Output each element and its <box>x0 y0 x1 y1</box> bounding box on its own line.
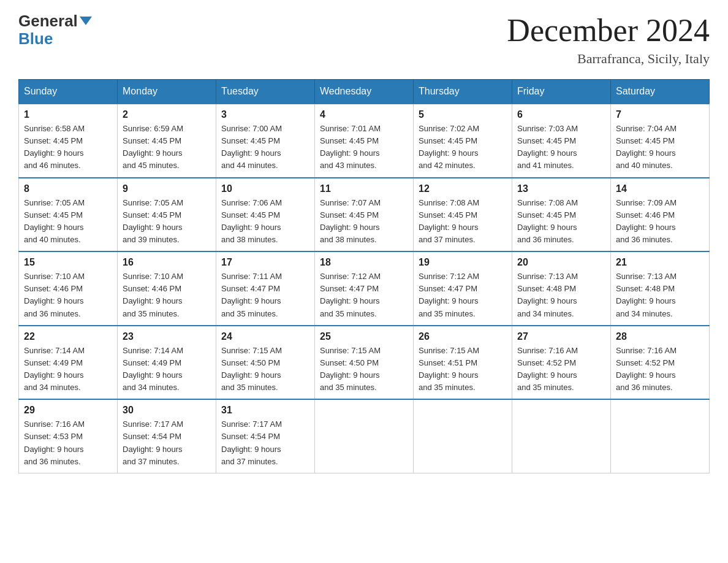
calendar-cell <box>414 399 512 473</box>
day-info: Sunrise: 7:07 AMSunset: 4:45 PMDaylight:… <box>320 197 408 247</box>
day-info: Sunrise: 7:15 AMSunset: 4:50 PMDaylight:… <box>320 345 408 394</box>
day-info: Sunrise: 7:16 AMSunset: 4:52 PMDaylight:… <box>517 345 605 394</box>
day-number: 22 <box>24 331 112 342</box>
calendar-cell: 15Sunrise: 7:10 AMSunset: 4:46 PMDayligh… <box>19 251 118 326</box>
calendar-cell: 20Sunrise: 7:13 AMSunset: 4:48 PMDayligh… <box>512 251 611 326</box>
calendar-cell: 25Sunrise: 7:15 AMSunset: 4:50 PMDayligh… <box>315 326 414 400</box>
calendar-week-5: 29Sunrise: 7:16 AMSunset: 4:53 PMDayligh… <box>19 399 710 473</box>
calendar-table: Sunday Monday Tuesday Wednesday Thursday… <box>18 79 710 473</box>
day-number: 30 <box>123 405 211 416</box>
day-info: Sunrise: 7:09 AMSunset: 4:46 PMDaylight:… <box>616 197 704 247</box>
day-info: Sunrise: 7:02 AMSunset: 4:45 PMDaylight:… <box>419 123 507 172</box>
calendar-cell <box>315 399 414 473</box>
col-friday: Friday <box>512 80 611 104</box>
day-number: 27 <box>517 331 605 342</box>
month-title: December 2024 <box>507 12 710 48</box>
day-info: Sunrise: 7:01 AMSunset: 4:45 PMDaylight:… <box>320 123 408 172</box>
day-info: Sunrise: 6:58 AMSunset: 4:45 PMDaylight:… <box>24 123 112 172</box>
calendar-cell: 10Sunrise: 7:06 AMSunset: 4:45 PMDayligh… <box>216 178 315 252</box>
calendar-cell: 14Sunrise: 7:09 AMSunset: 4:46 PMDayligh… <box>611 178 710 252</box>
title-block: December 2024 Barrafranca, Sicily, Italy <box>507 12 710 67</box>
day-number: 11 <box>320 183 408 194</box>
calendar-cell <box>512 399 611 473</box>
day-number: 10 <box>221 183 309 194</box>
day-number: 25 <box>320 331 408 342</box>
day-info: Sunrise: 7:05 AMSunset: 4:45 PMDaylight:… <box>123 197 211 247</box>
calendar-header-row: Sunday Monday Tuesday Wednesday Thursday… <box>19 80 710 104</box>
col-wednesday: Wednesday <box>315 80 414 104</box>
logo-general: General <box>18 12 92 30</box>
day-number: 21 <box>616 257 704 268</box>
day-info: Sunrise: 7:00 AMSunset: 4:45 PMDaylight:… <box>221 123 309 172</box>
day-number: 23 <box>123 331 211 342</box>
day-number: 13 <box>517 183 605 194</box>
calendar-cell: 21Sunrise: 7:13 AMSunset: 4:48 PMDayligh… <box>611 251 710 326</box>
calendar-cell <box>611 399 710 473</box>
calendar-cell: 12Sunrise: 7:08 AMSunset: 4:45 PMDayligh… <box>414 178 512 252</box>
logo: General Blue <box>18 12 92 47</box>
calendar-cell: 4Sunrise: 7:01 AMSunset: 4:45 PMDaylight… <box>315 104 414 178</box>
day-number: 28 <box>616 331 704 342</box>
col-monday: Monday <box>118 80 216 104</box>
day-info: Sunrise: 7:11 AMSunset: 4:47 PMDaylight:… <box>221 270 309 320</box>
calendar-cell: 27Sunrise: 7:16 AMSunset: 4:52 PMDayligh… <box>512 326 611 400</box>
calendar-cell: 22Sunrise: 7:14 AMSunset: 4:49 PMDayligh… <box>19 326 118 400</box>
calendar-cell: 1Sunrise: 6:58 AMSunset: 4:45 PMDaylight… <box>19 104 118 178</box>
day-info: Sunrise: 7:12 AMSunset: 4:47 PMDaylight:… <box>419 270 507 320</box>
day-info: Sunrise: 7:10 AMSunset: 4:46 PMDaylight:… <box>24 270 112 320</box>
day-info: Sunrise: 7:10 AMSunset: 4:46 PMDaylight:… <box>123 270 211 320</box>
day-number: 5 <box>419 109 507 120</box>
calendar-cell: 17Sunrise: 7:11 AMSunset: 4:47 PMDayligh… <box>216 251 315 326</box>
day-number: 4 <box>320 109 408 120</box>
calendar-cell: 3Sunrise: 7:00 AMSunset: 4:45 PMDaylight… <box>216 104 315 178</box>
day-info: Sunrise: 7:06 AMSunset: 4:45 PMDaylight:… <box>221 197 309 247</box>
logo-blue: Blue <box>18 30 92 48</box>
col-thursday: Thursday <box>414 80 512 104</box>
day-info: Sunrise: 7:13 AMSunset: 4:48 PMDaylight:… <box>616 270 704 320</box>
calendar-cell: 26Sunrise: 7:15 AMSunset: 4:51 PMDayligh… <box>414 326 512 400</box>
day-info: Sunrise: 7:04 AMSunset: 4:45 PMDaylight:… <box>616 123 704 172</box>
day-info: Sunrise: 7:12 AMSunset: 4:47 PMDaylight:… <box>320 270 408 320</box>
calendar-cell: 30Sunrise: 7:17 AMSunset: 4:54 PMDayligh… <box>118 399 216 473</box>
day-info: Sunrise: 7:16 AMSunset: 4:52 PMDaylight:… <box>616 345 704 394</box>
day-number: 18 <box>320 257 408 268</box>
day-info: Sunrise: 7:15 AMSunset: 4:51 PMDaylight:… <box>419 345 507 394</box>
day-info: Sunrise: 7:05 AMSunset: 4:45 PMDaylight:… <box>24 197 112 247</box>
day-number: 29 <box>24 405 112 416</box>
calendar-cell: 9Sunrise: 7:05 AMSunset: 4:45 PMDaylight… <box>118 178 216 252</box>
col-sunday: Sunday <box>19 80 118 104</box>
calendar-cell: 16Sunrise: 7:10 AMSunset: 4:46 PMDayligh… <box>118 251 216 326</box>
calendar-week-2: 8Sunrise: 7:05 AMSunset: 4:45 PMDaylight… <box>19 178 710 252</box>
day-info: Sunrise: 7:08 AMSunset: 4:45 PMDaylight:… <box>419 197 507 247</box>
day-number: 8 <box>24 183 112 194</box>
calendar-week-4: 22Sunrise: 7:14 AMSunset: 4:49 PMDayligh… <box>19 326 710 400</box>
day-info: Sunrise: 7:17 AMSunset: 4:54 PMDaylight:… <box>221 418 309 468</box>
day-info: Sunrise: 7:14 AMSunset: 4:49 PMDaylight:… <box>123 345 211 394</box>
day-number: 6 <box>517 109 605 120</box>
day-number: 31 <box>221 405 309 416</box>
page-header: General Blue December 2024 Barrafranca, … <box>18 12 710 67</box>
day-number: 2 <box>123 109 211 120</box>
day-info: Sunrise: 7:16 AMSunset: 4:53 PMDaylight:… <box>24 418 112 468</box>
day-number: 17 <box>221 257 309 268</box>
day-info: Sunrise: 6:59 AMSunset: 4:45 PMDaylight:… <box>123 123 211 172</box>
calendar-cell: 8Sunrise: 7:05 AMSunset: 4:45 PMDaylight… <box>19 178 118 252</box>
day-number: 3 <box>221 109 309 120</box>
calendar-cell: 11Sunrise: 7:07 AMSunset: 4:45 PMDayligh… <box>315 178 414 252</box>
day-info: Sunrise: 7:15 AMSunset: 4:50 PMDaylight:… <box>221 345 309 394</box>
calendar-week-3: 15Sunrise: 7:10 AMSunset: 4:46 PMDayligh… <box>19 251 710 326</box>
calendar-cell: 28Sunrise: 7:16 AMSunset: 4:52 PMDayligh… <box>611 326 710 400</box>
calendar-cell: 5Sunrise: 7:02 AMSunset: 4:45 PMDaylight… <box>414 104 512 178</box>
calendar-week-1: 1Sunrise: 6:58 AMSunset: 4:45 PMDaylight… <box>19 104 710 178</box>
calendar-cell: 18Sunrise: 7:12 AMSunset: 4:47 PMDayligh… <box>315 251 414 326</box>
location-title: Barrafranca, Sicily, Italy <box>507 51 710 67</box>
day-number: 24 <box>221 331 309 342</box>
calendar-cell: 23Sunrise: 7:14 AMSunset: 4:49 PMDayligh… <box>118 326 216 400</box>
day-info: Sunrise: 7:17 AMSunset: 4:54 PMDaylight:… <box>123 418 211 468</box>
calendar-cell: 2Sunrise: 6:59 AMSunset: 4:45 PMDaylight… <box>118 104 216 178</box>
day-number: 7 <box>616 109 704 120</box>
col-tuesday: Tuesday <box>216 80 315 104</box>
calendar-cell: 24Sunrise: 7:15 AMSunset: 4:50 PMDayligh… <box>216 326 315 400</box>
col-saturday: Saturday <box>611 80 710 104</box>
day-info: Sunrise: 7:14 AMSunset: 4:49 PMDaylight:… <box>24 345 112 394</box>
